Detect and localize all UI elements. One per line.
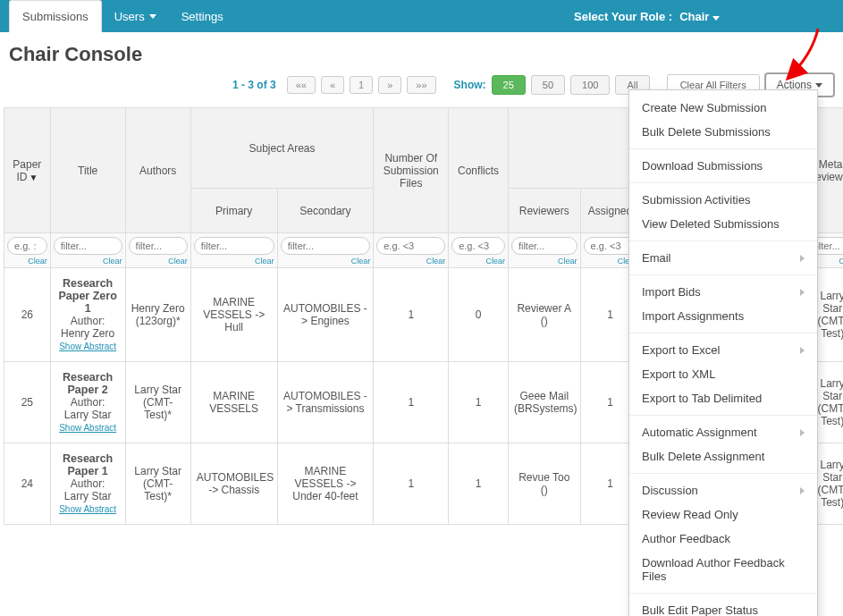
- show-25[interactable]: 25: [492, 75, 526, 95]
- conflicts-link[interactable]: 1: [449, 362, 509, 443]
- menu-export-excel[interactable]: Export to Excel: [629, 338, 817, 362]
- menu-review-read-only[interactable]: Review Read Only: [629, 502, 817, 525]
- clear-filter[interactable]: Clear: [511, 257, 577, 266]
- menu-discussion[interactable]: Discussion: [629, 478, 817, 502]
- clear-filter[interactable]: Clear: [451, 257, 505, 266]
- authors-cell: Larry Star (CMT-Test)*: [125, 362, 190, 443]
- col-authors[interactable]: Authors: [125, 108, 190, 233]
- tab-settings[interactable]: Settings: [169, 0, 236, 32]
- menu-label: Automatic Assignment: [642, 426, 757, 439]
- menu-download-submissions[interactable]: Download Submissions: [629, 154, 817, 178]
- tab-users[interactable]: Users: [102, 0, 169, 32]
- chevron-down-icon: [815, 83, 822, 88]
- clear-filter[interactable]: Clear: [194, 257, 274, 266]
- menu-label: Export to Excel: [642, 343, 720, 357]
- secondary-cell: AUTOMOBILES -> Transmissions: [277, 362, 374, 443]
- clear-filter[interactable]: Clear: [376, 257, 445, 266]
- filter-conflicts[interactable]: [451, 237, 505, 255]
- role-name: Chair: [679, 10, 709, 23]
- col-reviewers[interactable]: Reviewers: [508, 189, 580, 233]
- menu-submission-activities[interactable]: Submission Activities: [629, 188, 817, 212]
- paper-id-link[interactable]: 24: [4, 443, 51, 525]
- col-paper-id[interactable]: Paper ID▼: [4, 108, 51, 233]
- secondary-cell: AUTOMOBILES -> Engines: [277, 268, 374, 362]
- title-cell: Research Paper 1Author:Larry StarShow Ab…: [50, 443, 125, 525]
- page-title: Chair Console: [0, 32, 843, 70]
- role-selector: Select Your Role : Chair: [574, 10, 834, 23]
- pager-next[interactable]: »: [378, 76, 401, 94]
- col-primary[interactable]: Primary: [190, 189, 277, 233]
- menu-view-deleted[interactable]: View Deleted Submissions: [629, 212, 817, 236]
- clear-filter[interactable]: Clear: [281, 257, 371, 266]
- reviewers-cell: Geee Mail (BRSystems): [508, 362, 580, 443]
- show-50[interactable]: 50: [531, 75, 565, 95]
- pager-info: 1 - 3 of 3: [232, 79, 276, 91]
- filter-authors[interactable]: [129, 237, 188, 255]
- menu-label: Email: [642, 251, 671, 265]
- title-cell: Research Paper 2Author:Larry StarShow Ab…: [50, 362, 125, 443]
- col-subject-areas: Subject Areas: [190, 108, 373, 189]
- col-num-files[interactable]: Number Of Submission Files: [374, 108, 449, 233]
- menu-import-assignments[interactable]: Import Assignments: [629, 304, 817, 328]
- tab-label: Users: [114, 10, 145, 23]
- pager-page[interactable]: 1: [350, 76, 373, 94]
- paper-id-link[interactable]: 26: [4, 268, 51, 362]
- paper-id-link[interactable]: 25: [4, 362, 51, 443]
- filter-paper-id[interactable]: [7, 237, 47, 255]
- primary-cell: AUTOMOBILES -> Chassis: [190, 443, 277, 525]
- menu-auto-assignment[interactable]: Automatic Assignment: [629, 420, 817, 444]
- col-secondary[interactable]: Secondary: [277, 189, 374, 233]
- menu-export-tab[interactable]: Export to Tab Delimited: [629, 386, 817, 410]
- conflicts-link[interactable]: 1: [449, 443, 509, 525]
- files-cell: 1: [374, 268, 449, 362]
- secondary-cell: MARINE VESSELS -> Under 40-feet: [277, 443, 374, 525]
- primary-cell: MARINE VESSELS: [190, 362, 277, 443]
- filter-reviewers[interactable]: [511, 237, 577, 255]
- show-100[interactable]: 100: [570, 75, 610, 95]
- menu-bulk-delete-assignment[interactable]: Bulk Delete Assignment: [629, 444, 817, 468]
- top-navbar: Submissions Users Settings Select Your R…: [0, 0, 843, 32]
- menu-bulk-delete-submissions[interactable]: Bulk Delete Submissions: [629, 120, 817, 144]
- reviewers-cell: Revue Too (): [508, 443, 580, 525]
- menu-label: Discussion: [642, 484, 698, 497]
- menu-export-xml[interactable]: Export to XML: [629, 362, 817, 386]
- filter-primary[interactable]: [194, 237, 274, 255]
- primary-cell: MARINE VESSELS -> Hull: [190, 268, 277, 362]
- clear-filter[interactable]: Clear: [7, 257, 47, 266]
- col-title[interactable]: Title: [50, 108, 125, 233]
- filter-title[interactable]: [54, 237, 122, 255]
- menu-email[interactable]: Email: [629, 246, 817, 270]
- menu-import-bids[interactable]: Import Bids: [629, 280, 817, 304]
- filter-secondary[interactable]: [281, 237, 371, 255]
- tab-submissions[interactable]: Submissions: [9, 0, 102, 32]
- pager-prev[interactable]: «: [321, 76, 344, 94]
- show-abstract-link[interactable]: Show Abstract: [59, 504, 116, 514]
- chevron-down-icon: [712, 16, 720, 21]
- conflicts-link[interactable]: 0: [449, 268, 509, 362]
- tab-label: Settings: [181, 10, 223, 23]
- authors-cell: Henry Zero (123org)*: [125, 268, 190, 362]
- menu-label: Import Bids: [642, 285, 701, 299]
- menu-create-submission[interactable]: Create New Submission: [629, 96, 817, 120]
- clear-filter[interactable]: Clear: [129, 257, 188, 266]
- actions-dropdown: Create New Submission Bulk Delete Submis…: [628, 89, 818, 525]
- files-cell: 1: [374, 362, 449, 443]
- filter-files[interactable]: [376, 237, 445, 255]
- clear-filter[interactable]: Clear: [54, 257, 122, 266]
- role-dropdown[interactable]: Chair: [679, 10, 720, 23]
- pager-first[interactable]: ««: [287, 76, 316, 94]
- files-cell: 1: [374, 443, 449, 525]
- chevron-down-icon: [149, 14, 156, 19]
- sort-desc-icon: ▼: [29, 173, 38, 182]
- authors-cell: Larry Star (CMT-Test)*: [125, 443, 190, 525]
- reviewers-cell: Reviewer A (): [508, 268, 580, 362]
- col-conflicts[interactable]: Conflicts: [449, 108, 509, 233]
- pager-last[interactable]: »»: [407, 76, 435, 94]
- tab-label: Submissions: [22, 10, 89, 23]
- show-abstract-link[interactable]: Show Abstract: [59, 342, 116, 351]
- show-label: Show:: [454, 79, 486, 91]
- title-cell: Research Paper Zero 1Author:Henry ZeroSh…: [50, 268, 125, 362]
- role-prompt: Select Your Role :: [574, 10, 672, 23]
- show-abstract-link[interactable]: Show Abstract: [59, 423, 116, 433]
